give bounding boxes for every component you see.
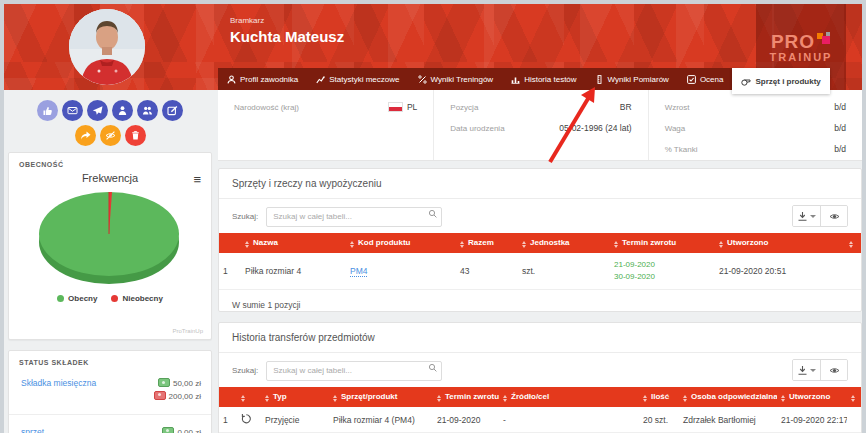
export-button[interactable] [793,206,820,226]
tab-wyniki-pomiarow[interactable]: Wyniki Pomiarów [586,68,678,90]
transfers-title: Historia transferów przedmiotów [219,323,861,353]
table-row[interactable]: 1 Przyjęcie Piłka rozmiar 4 (PM4) 21-09-… [219,407,862,433]
tab-profil-zawodnika[interactable]: Profil zawodnika [218,68,307,90]
like-button[interactable] [37,100,58,121]
download-icon [797,211,808,222]
money-red-icon [154,391,166,400]
column-visibility-button[interactable] [820,360,847,380]
position-value: BR [620,102,632,112]
fee-link-skladka[interactable]: Składka miesięczna [21,378,96,388]
caret-down-icon [810,369,816,372]
col-razem[interactable]: Razem [456,233,518,253]
caret-down-icon [810,215,816,218]
delete-button[interactable] [125,125,146,146]
transfers-search-input[interactable] [266,361,442,381]
message-button[interactable] [62,100,83,121]
column-visibility-button[interactable] [820,206,847,226]
legend-nieobecny[interactable]: Nieobecny [111,294,162,303]
sort-icon[interactable] [265,395,269,402]
col-termin-zwrotu[interactable]: Termin zwrotu [433,387,499,407]
fees-label: STATUS SKŁADEK [9,351,211,366]
assign-player-button[interactable] [112,100,133,121]
logo-line1: PRO [771,32,831,51]
search-label: Szukaj: [232,212,258,221]
compare-players-button[interactable] [137,100,158,121]
fees-card: STATUS SKŁADEK Składka miesięczna 50,00 … [8,350,212,433]
poland-flag-icon [388,102,403,112]
col-nazwa[interactable]: Nazwa [241,233,346,253]
hide-player-button[interactable] [100,125,121,146]
attendance-label: OBECNOŚĆ [9,153,211,168]
person-download-icon [117,105,128,116]
sort-icon[interactable] [614,241,618,248]
tab-ocena[interactable]: Ocena [678,68,733,90]
equipment-icon [741,77,751,86]
col-utworzono[interactable]: Utworzono [715,233,845,253]
sort-icon[interactable] [245,241,249,248]
share-arrow-icon [80,130,91,141]
tissue-label: % Tkanki [665,145,698,154]
col-typ[interactable]: Typ [261,387,329,407]
col-type-icon[interactable] [237,387,261,407]
col-sprzet-produkt[interactable]: Sprzęt/produkt [329,387,433,407]
share-button[interactable] [75,125,96,146]
sort-icon[interactable] [683,395,687,402]
col-ilosc[interactable]: Ilość [639,387,679,407]
match-stats-icon [316,75,325,84]
col-termin-zwrotu[interactable]: Termin zwrotu [610,233,715,253]
row-index: 1 [219,407,237,433]
col-jednostka[interactable]: Jednostka [518,233,610,253]
height-value: b/d [834,102,846,112]
sort-icon[interactable] [241,395,245,402]
export-button[interactable] [793,360,820,380]
sort-icon[interactable] [333,395,337,402]
tab-wyniki-treningow[interactable]: Wyniki Treningów [409,68,503,90]
sort-icon[interactable] [503,395,507,402]
col-osoba[interactable]: Osoba odpowiedzialna [679,387,777,407]
thumbs-up-icon [42,105,53,116]
nationality-value: PL [388,102,417,112]
app-window: Bramkarz Kuchta Mateusz PRO TRAINUP Prof… [4,4,862,433]
sort-icon[interactable] [437,395,441,402]
two-people-icon [142,105,153,116]
player-photo [69,9,145,85]
loans-search-input[interactable] [266,207,442,227]
col-zrodlo-cel[interactable]: Źródło/cel [499,387,639,407]
col-utworzono[interactable]: Utworzono [777,387,847,407]
row-person: Zdrzałek Bartłomiej [679,407,777,433]
transfers-table-tools [792,359,848,381]
player-identity: Bramkarz Kuchta Mateusz [230,16,344,45]
col-extra[interactable] [845,233,861,253]
send-button[interactable] [87,100,108,121]
sort-icon[interactable] [350,241,354,248]
tab-historia-testow[interactable]: Historia testów [502,68,585,90]
sort-icon[interactable] [460,241,464,248]
product-code-link[interactable]: PM4 [350,266,367,277]
row-created: 21-09-2020 22:17 [777,407,847,433]
sort-icon[interactable] [781,395,785,402]
fee-link-sprzet[interactable]: sprzęt [21,427,44,433]
col-kod-produktu[interactable]: Kod produktu [346,233,456,253]
sort-icon[interactable] [522,241,526,248]
fee-paid-row: 0,00 zł [162,428,201,433]
search-label: Szukaj: [232,366,258,375]
edit-button[interactable] [162,100,183,121]
nationality-label: Narodowość (kraj) [234,103,299,112]
sort-icon[interactable] [849,241,853,248]
table-row[interactable]: 1 Piłka rozmiar 4 PM4 43 szt. 21-09-2020… [219,253,861,290]
tab-sprzet-i-produkty[interactable]: Sprzęt i produkty [732,68,829,94]
col-extra[interactable] [847,387,862,407]
loans-section: Sprzęty i rzeczy na wypożyczeniu Szukaj: [218,168,862,312]
sort-icon[interactable] [851,395,855,402]
legend-obecny[interactable]: Obecny [57,294,97,303]
loans-table-header: Nazwa Kod produktu Razem Jednostka Termi… [219,233,861,253]
loans-title: Sprzęty i rzeczy na wypożyczeniu [219,169,861,199]
sort-icon[interactable] [719,241,723,248]
player-action-buttons [8,90,212,150]
tab-statystyki-meczowe[interactable]: Statystyki meczowe [307,68,408,90]
player-avatar[interactable] [69,9,145,85]
row-unit: szt. [518,253,610,290]
chart-menu-icon[interactable]: ≡ [193,173,201,186]
row-total: 43 [456,253,518,290]
sort-icon[interactable] [643,395,647,402]
